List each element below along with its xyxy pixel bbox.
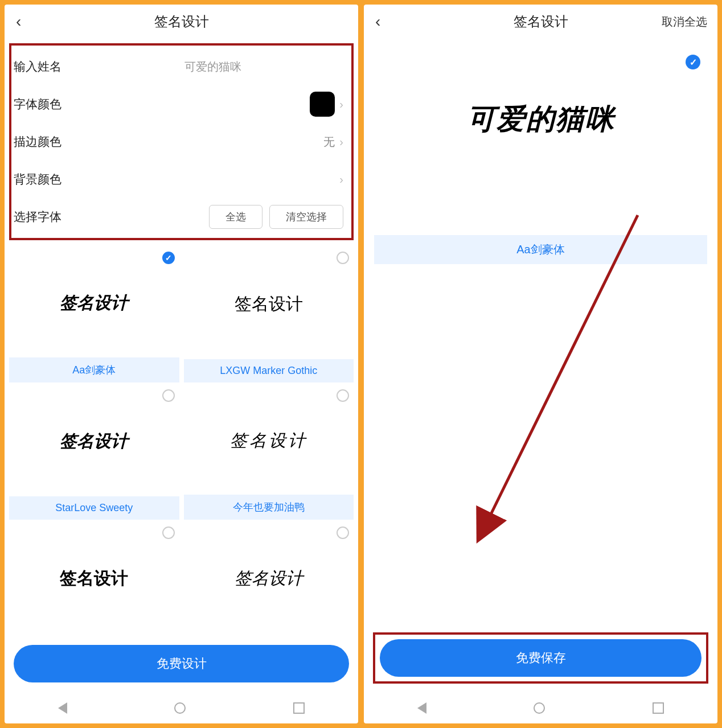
chevron-right-icon: › [339,135,343,149]
deselect-all-button[interactable]: 取消全选 [662,14,707,30]
font-color-row[interactable]: 字体颜色 › [11,85,348,123]
stroke-color-value: 无 [323,134,335,150]
check-icon[interactable] [686,55,700,69]
stroke-color-row[interactable]: 描边颜色 无 › [11,123,348,161]
font-color-label: 字体颜色 [14,96,82,112]
system-navbar [5,693,358,723]
check-icon[interactable] [162,527,175,539]
nav-home-icon[interactable] [174,702,186,714]
bg-color-label: 背景颜色 [14,171,82,187]
page-title: 签名设计 [154,13,209,31]
nav-home-icon[interactable] [534,702,545,714]
font-card[interactable]: 签名设计 LXGW Marker Gothic [184,249,354,382]
page-title: 签名设计 [514,13,568,31]
font-preview: 签名设计 [184,249,354,359]
back-icon[interactable]: ‹ [16,13,21,31]
font-name: 今年也要加油鸭 [184,495,354,520]
clear-selection-button[interactable]: 清空选择 [269,205,343,229]
font-name: StarLove Sweety [9,496,179,520]
system-navbar [364,693,717,723]
check-icon[interactable] [337,389,349,402]
nav-recent-icon[interactable] [293,702,305,714]
free-save-button[interactable]: 免费保存 [380,639,702,677]
bg-color-swatch [310,167,335,192]
signature-preview: 可爱的猫咪 Aa剑豪体 [374,49,707,339]
right-screen: ‹ 签名设计 取消全选 可爱的猫咪 Aa剑豪体 免费保存 [364,5,717,723]
font-color-swatch [310,92,335,117]
check-icon[interactable] [162,252,175,264]
header: ‹ 签名设计 取消全选 [364,5,717,39]
select-all-button[interactable]: 全选 [209,205,262,229]
font-card[interactable]: 签名设计 StarLove Sweety [9,387,179,520]
name-input[interactable]: 可爱的猫咪 [82,59,343,75]
font-preview: 签名设计 [9,387,179,497]
bg-color-row[interactable]: 背景颜色 › [11,161,348,198]
nav-back-icon[interactable] [417,702,426,714]
nav-back-icon[interactable] [58,702,67,714]
save-button-highlight: 免费保存 [373,632,708,684]
name-label: 输入姓名 [14,59,82,75]
font-card[interactable]: 签名设计 [9,524,179,632]
choose-font-row: 选择字体 全选 清空选择 [11,198,348,236]
font-grid: 签名设计 Aa剑豪体 签名设计 LXGW Marker Gothic 签名设计 … [5,245,358,637]
font-name: Aa剑豪体 [9,357,179,382]
chevron-right-icon: › [339,173,343,186]
stroke-color-label: 描边颜色 [14,134,82,150]
font-name: LXGW Marker Gothic [184,359,354,382]
preview-font-name: Aa剑豪体 [374,235,707,264]
back-icon[interactable]: ‹ [375,13,380,31]
font-preview: 签名设计 [184,524,354,632]
font-preview: 签名设计 [9,249,179,357]
name-row: 输入姓名 可爱的猫咪 [11,48,348,85]
check-icon[interactable] [337,252,349,264]
choose-font-label: 选择字体 [14,209,82,225]
font-card[interactable]: 签名设计 [184,524,354,632]
nav-recent-icon[interactable] [653,702,664,714]
chevron-right-icon: › [339,98,343,111]
font-preview: 签名设计 [9,524,179,632]
free-design-button[interactable]: 免费设计 [14,645,349,682]
header: ‹ 签名设计 [5,5,358,39]
preview-text: 可爱的猫咪 [385,83,696,155]
font-card[interactable]: 签名设计 今年也要加油鸭 [184,387,354,520]
left-screen: ‹ 签名设计 输入姓名 可爱的猫咪 字体颜色 › 描边颜色 无 › 背景颜色 › [5,5,358,723]
font-card[interactable]: 签名设计 Aa剑豪体 [9,249,179,382]
settings-panel: 输入姓名 可爱的猫咪 字体颜色 › 描边颜色 无 › 背景颜色 › 选择字体 [9,43,354,240]
font-preview: 签名设计 [184,387,354,495]
check-icon[interactable] [162,389,175,402]
